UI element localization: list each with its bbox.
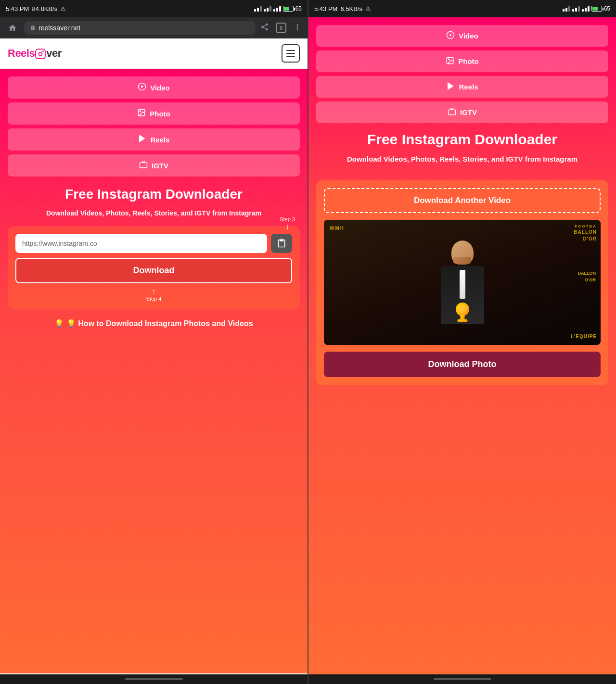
person-body — [441, 266, 484, 324]
right-home-indicator — [434, 678, 491, 680]
right-warning-icon: ⚠ — [365, 5, 371, 13]
left-hero-title: Free Instagram Downloader — [8, 186, 300, 203]
left-signal-bars-2 — [264, 6, 271, 12]
signal-bar-2 — [257, 8, 259, 12]
left-battery-icon — [283, 6, 294, 12]
tab-count-badge[interactable]: 9 — [276, 23, 286, 33]
tab-reels[interactable]: Reels — [8, 128, 300, 151]
how-to-section: 💡 💡 How to Download Instagram Photos and… — [8, 319, 300, 328]
right-nav-tabs: Video Photo Reels IGTV — [308, 17, 616, 123]
signal-bar3-2 — [276, 8, 278, 12]
tab-photo[interactable]: Photo — [8, 102, 300, 125]
right-status-left: 5:43 PM 6.5KB/s ⚠ — [314, 5, 371, 13]
site-header: Reelsver — [0, 38, 308, 69]
signal-bar3-3 — [279, 6, 281, 12]
left-hero-subtitle: Download Videos, Photos, Reels, Stories,… — [8, 208, 300, 218]
svg-marker-1 — [141, 85, 144, 88]
share-icon[interactable] — [260, 23, 269, 33]
signal-bar2-1 — [264, 9, 266, 12]
left-website-content: Reelsver Video — [0, 38, 308, 674]
right-igtv-tab-icon — [448, 107, 456, 117]
beard-area — [453, 257, 471, 265]
r-signal-bar2-1 — [572, 9, 574, 12]
svg-point-9 — [449, 59, 449, 60]
right-battery-fill — [592, 7, 598, 11]
download-another-button[interactable]: Download Another Video — [324, 188, 601, 213]
left-status-bar: 5:43 PM 84.8KB/s ⚠ 65 — [0, 0, 308, 17]
r-signal-bar-2 — [565, 8, 567, 12]
right-tab-photo[interactable]: Photo — [316, 51, 608, 72]
menu-button[interactable] — [282, 44, 300, 63]
tab-photo-label: Photo — [150, 110, 170, 118]
signal-bar-1 — [254, 9, 256, 12]
right-tab-igtv[interactable]: IGTV — [316, 101, 608, 123]
left-battery-pct: 65 — [295, 5, 302, 12]
right-hero: Free Instagram Downloader Download Video… — [308, 123, 616, 180]
right-tab-video[interactable]: Video — [316, 25, 608, 47]
tab-igtv[interactable]: IGTV — [8, 154, 300, 177]
r-signal-bar2-2 — [575, 8, 577, 12]
r-signal-bar3-1 — [582, 9, 584, 12]
left-browser-chrome: reelssaver.net 9 — [0, 17, 308, 38]
svg-marker-7 — [450, 34, 452, 37]
more-icon[interactable] — [293, 23, 302, 33]
url-bar[interactable]: reelssaver.net — [24, 21, 256, 35]
step3-label: Step 3 ↓ — [280, 216, 295, 231]
svg-point-15 — [458, 305, 467, 314]
logo-saver: ver — [46, 47, 62, 59]
logo-camera-icon — [35, 49, 46, 59]
signal-bar-3 — [260, 6, 262, 12]
site-logo: Reelsver — [8, 47, 62, 60]
left-status-left: 5:43 PM 84.8KB/s ⚠ — [6, 5, 66, 13]
left-status-right: 65 — [254, 5, 302, 12]
right-tab-video-label: Video — [459, 32, 478, 40]
paste-button[interactable] — [271, 234, 292, 253]
signal-bar2-3 — [270, 6, 271, 12]
svg-rect-11 — [448, 110, 455, 115]
trophy — [454, 303, 471, 326]
menu-line-1 — [286, 50, 295, 51]
download-button[interactable]: Download — [15, 258, 292, 283]
left-phone-panel: 5:43 PM 84.8KB/s ⚠ 65 — [0, 0, 308, 684]
r-signal-bar-1 — [563, 9, 565, 12]
url-input-row — [15, 234, 292, 253]
tab-video[interactable]: Video — [8, 76, 300, 99]
photo-tab-icon — [137, 108, 146, 119]
left-home-indicator — [125, 678, 183, 680]
download-photo-button[interactable]: Download Photo — [324, 352, 601, 377]
signal-bar2-2 — [267, 8, 269, 12]
left-network-speed: 84.8KB/s — [32, 5, 57, 13]
tab-reels-label: Reels — [150, 136, 169, 144]
home-button[interactable] — [6, 21, 19, 35]
tab-igtv-label: IGTV — [152, 162, 168, 170]
menu-line-3 — [286, 56, 295, 57]
igtv-tab-icon — [139, 160, 148, 171]
right-reels-tab-icon — [446, 82, 455, 92]
left-bottom-bar — [0, 674, 308, 684]
right-video-tab-icon — [446, 31, 455, 41]
menu-line-2 — [286, 53, 295, 54]
tab-video-label: Video — [150, 84, 170, 92]
r-signal-bar3-2 — [585, 8, 587, 12]
r-signal-bar2-3 — [578, 6, 580, 12]
right-hero-title: Free Instagram Downloader — [316, 131, 608, 148]
result-box: Download Another Video WMH FOOTBA BALLON… — [316, 180, 608, 385]
person-figure — [441, 241, 484, 324]
how-to-text: 💡 💡 How to Download Instagram Photos and… — [8, 319, 300, 328]
signal-bar3-1 — [273, 9, 275, 12]
r-signal-bar-3 — [568, 6, 570, 12]
left-time: 5:43 PM — [6, 5, 29, 13]
right-photo-tab-icon — [446, 56, 454, 66]
left-nav-tabs: Video Photo Reels — [8, 76, 300, 177]
right-tab-reels[interactable]: Reels — [316, 76, 608, 98]
right-signal-bars-2 — [572, 6, 580, 12]
url-text: reelssaver.net — [38, 24, 80, 32]
right-phone-panel: 5:43 PM 6.5KB/s ⚠ 65 — [308, 0, 616, 684]
left-signal-bars — [254, 6, 262, 12]
right-status-bar: 5:43 PM 6.5KB/s ⚠ 65 — [308, 0, 616, 17]
video-tab-icon — [138, 82, 146, 93]
svg-point-3 — [140, 111, 141, 112]
right-tab-reels-label: Reels — [459, 83, 478, 91]
url-input[interactable] — [15, 234, 267, 253]
right-website: Video Photo Reels IGTV — [308, 17, 616, 674]
